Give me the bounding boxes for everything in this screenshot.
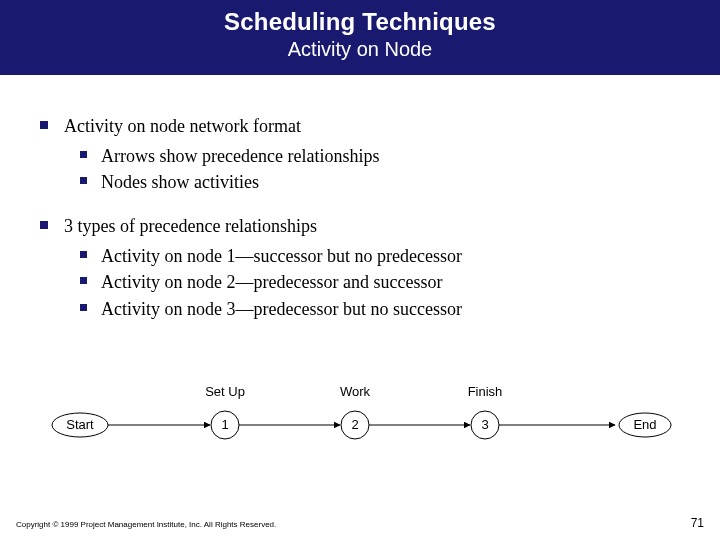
square-bullet-icon bbox=[80, 304, 87, 311]
bullet-group: Activity on node network format Arrows s… bbox=[40, 113, 680, 195]
square-bullet-icon bbox=[80, 151, 87, 158]
bullet-text: Nodes show activities bbox=[101, 169, 259, 195]
bullet-text: Activity on node 1—successor but no pred… bbox=[101, 243, 462, 269]
bullet-text: Activity on node 3—predecessor but no su… bbox=[101, 296, 462, 322]
bullet-group: 3 types of precedence relationships Acti… bbox=[40, 213, 680, 321]
slide-subtitle: Activity on Node bbox=[0, 38, 720, 61]
bullet-subitem: Nodes show activities bbox=[80, 169, 680, 195]
bullet-text: Activity on node network format bbox=[64, 113, 301, 139]
activity-node-2-label: Work bbox=[340, 384, 371, 399]
page-number: 71 bbox=[691, 516, 704, 530]
square-bullet-icon bbox=[80, 277, 87, 284]
square-bullet-icon bbox=[80, 177, 87, 184]
bullet-subitem: Activity on node 1—successor but no pred… bbox=[80, 243, 680, 269]
slide: Scheduling Techniques Activity on Node A… bbox=[0, 0, 720, 540]
bullet-item: Activity on node network format bbox=[40, 113, 680, 139]
slide-title: Scheduling Techniques bbox=[0, 8, 720, 36]
activity-node-3-id: 3 bbox=[481, 417, 488, 432]
bullet-text: 3 types of precedence relationships bbox=[64, 213, 317, 239]
square-bullet-icon bbox=[40, 221, 48, 229]
end-node-label: End bbox=[633, 417, 656, 432]
start-node-label: Start bbox=[66, 417, 94, 432]
square-bullet-icon bbox=[40, 121, 48, 129]
activity-on-node-diagram: Start 1 Set Up 2 Work 3 Finish End bbox=[40, 380, 680, 450]
slide-footer: Copyright © 1999 Project Management Inst… bbox=[16, 516, 704, 530]
slide-body: Activity on node network format Arrows s… bbox=[0, 75, 720, 340]
slide-header: Scheduling Techniques Activity on Node bbox=[0, 0, 720, 75]
activity-node-1-id: 1 bbox=[221, 417, 228, 432]
activity-node-1-label: Set Up bbox=[205, 384, 245, 399]
activity-node-2-id: 2 bbox=[351, 417, 358, 432]
bullet-subitem: Activity on node 3—predecessor but no su… bbox=[80, 296, 680, 322]
bullet-text: Arrows show precedence relationships bbox=[101, 143, 379, 169]
bullet-subitem: Arrows show precedence relationships bbox=[80, 143, 680, 169]
activity-node-3-label: Finish bbox=[468, 384, 503, 399]
diagram-svg: Start 1 Set Up 2 Work 3 Finish End bbox=[40, 380, 680, 450]
square-bullet-icon bbox=[80, 251, 87, 258]
bullet-item: 3 types of precedence relationships bbox=[40, 213, 680, 239]
bullet-subitem: Activity on node 2—predecessor and succe… bbox=[80, 269, 680, 295]
copyright-text: Copyright © 1999 Project Management Inst… bbox=[16, 520, 276, 529]
bullet-text: Activity on node 2—predecessor and succe… bbox=[101, 269, 442, 295]
